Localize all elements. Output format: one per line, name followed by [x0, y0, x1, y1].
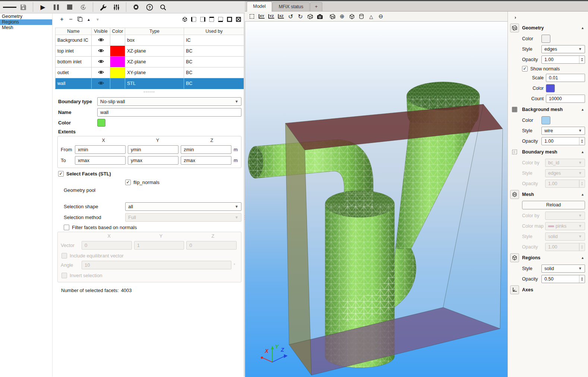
remove-region-button[interactable]: − [66, 15, 75, 23]
background-mesh-icon[interactable] [510, 105, 519, 114]
box-icon[interactable] [348, 13, 356, 20]
col-visible[interactable]: Visible [92, 28, 110, 35]
torus-icon[interactable]: ⊖ [377, 13, 385, 20]
normals-color-swatch[interactable] [546, 84, 555, 92]
flip-normals-checkbox[interactable]: ✓ [125, 180, 131, 185]
region-color-cell[interactable] [110, 78, 125, 89]
table-row[interactable]: outlet XY-plane BC [56, 67, 244, 78]
nav-item-regions[interactable]: Regions [0, 19, 52, 25]
stop-icon[interactable] [63, 2, 76, 12]
region-color-cell[interactable] [110, 57, 125, 67]
col-type[interactable]: Type [125, 28, 184, 35]
reset-icon[interactable] [76, 2, 90, 12]
filter-plane-right-icon[interactable] [199, 16, 206, 22]
move-down-button[interactable]: ▼ [93, 15, 102, 23]
nav-item-mesh[interactable]: Mesh [0, 25, 52, 31]
rotate-right-icon[interactable]: ↻ [296, 13, 304, 20]
zmax-input[interactable]: zmax [181, 156, 231, 165]
table-row[interactable]: Background IC box IC [56, 35, 244, 46]
rotate-left-icon[interactable]: ↺ [287, 13, 295, 20]
show-normals-checkbox[interactable]: ✓ [522, 66, 528, 72]
collapse-arrow-icon[interactable]: ▲ [581, 256, 586, 260]
settings-gear-icon[interactable] [129, 2, 143, 12]
region-name-cell[interactable]: Background IC [56, 35, 92, 46]
splitter-handle[interactable]: •••••• [54, 91, 244, 95]
filter-plane-all-icon[interactable] [226, 16, 233, 22]
save-icon[interactable] [16, 2, 30, 12]
region-color-swatch[interactable] [97, 119, 105, 127]
axes-visibility-toggle-icon[interactable] [510, 285, 519, 294]
cylinder-icon[interactable] [357, 13, 366, 20]
mesh-section-header[interactable]: Mesh ▲ [510, 190, 586, 199]
boundary-mesh-section-header[interactable]: Boundary mesh ▲ [510, 148, 586, 156]
view-yz-icon[interactable]: YZ [267, 13, 275, 20]
view-xz-icon[interactable]: XZ [277, 13, 285, 20]
table-row[interactable]: bottom inlet XZ-plane BC [56, 57, 244, 67]
geometry-color-swatch[interactable] [541, 35, 550, 43]
region-color-cell[interactable] [110, 35, 125, 46]
tab-model[interactable]: Model [247, 1, 272, 12]
parameters-sliders-icon[interactable] [110, 2, 123, 12]
visibility-eye-icon[interactable] [92, 57, 110, 67]
geometry-opacity-spinner[interactable]: 1.00▲▼ [541, 56, 585, 64]
tab-mfix-status[interactable]: MFiX status [272, 2, 310, 11]
geometry-visibility-icon[interactable] [328, 13, 336, 20]
build-wrench-icon[interactable] [96, 2, 110, 12]
ymin-input[interactable]: ymin [128, 145, 178, 154]
boundary-mesh-icon[interactable] [510, 148, 519, 156]
table-row[interactable]: top inlet XZ-plane BC [56, 46, 244, 57]
screenshot-camera-icon[interactable] [316, 13, 324, 20]
geometry-style-select[interactable]: edges▼ [541, 45, 585, 53]
normals-scale-input[interactable]: 0.01 [546, 74, 585, 82]
boundary-type-select[interactable]: No-slip wall▼ [97, 97, 241, 106]
region-name-cell[interactable]: top inlet [56, 46, 92, 57]
perspective-icon[interactable] [306, 13, 314, 20]
duplicate-region-button[interactable] [75, 15, 84, 23]
cone-icon[interactable]: △ [367, 13, 375, 20]
collapse-arrow-icon[interactable]: ▲ [581, 150, 586, 154]
region-name-cell[interactable]: bottom inlet [56, 57, 92, 67]
region-name-input[interactable]: wall [97, 108, 241, 117]
ymax-input[interactable]: ymax [128, 156, 178, 165]
filter-facets-checkbox[interactable] [64, 225, 69, 230]
tab-add[interactable]: + [310, 2, 322, 11]
selection-shape-select[interactable]: all▼ [125, 202, 241, 211]
region-color-cell[interactable] [110, 67, 125, 78]
col-name[interactable]: Name [56, 28, 92, 35]
filter-plane-top-icon[interactable] [208, 16, 215, 22]
menu-icon[interactable] [3, 2, 16, 12]
visibility-eye-icon[interactable] [92, 78, 110, 89]
run-icon[interactable]: ▶ [36, 2, 50, 12]
pause-icon[interactable] [50, 2, 63, 12]
background-mesh-section-header[interactable]: Background mesh ▲ [510, 105, 586, 114]
col-color[interactable]: Color [110, 28, 125, 35]
visibility-eye-icon[interactable] [92, 35, 110, 46]
add-region-button[interactable]: + [57, 15, 66, 23]
xmax-input[interactable]: xmax [75, 156, 126, 165]
col-used-by[interactable]: Used by [184, 28, 244, 35]
filter-plane-bottom-icon[interactable] [217, 16, 224, 22]
mesh-reload-button[interactable]: Reload [522, 201, 585, 209]
search-icon[interactable] [156, 2, 170, 12]
normals-count-input[interactable]: 10000 [546, 95, 585, 103]
reset-view-icon[interactable] [248, 13, 256, 20]
regions-section-header[interactable]: Regions ▲ [510, 253, 586, 262]
zmin-input[interactable]: zmin [181, 145, 231, 154]
region-name-cell[interactable]: wall [56, 78, 92, 89]
geometry-visibility-toggle-icon[interactable] [510, 23, 519, 32]
regions-style-select[interactable]: solid▼ [541, 264, 585, 273]
region-name-cell[interactable]: outlet [56, 67, 92, 78]
background-mesh-style-select[interactable]: wire▼ [541, 127, 585, 135]
region-color-cell[interactable] [110, 46, 125, 57]
mesh-visibility-toggle-icon[interactable] [510, 190, 519, 199]
table-row-selected[interactable]: wall STL BC [56, 78, 244, 89]
collapse-arrow-icon[interactable]: ▲ [581, 108, 586, 111]
help-icon[interactable] [143, 2, 156, 12]
move-up-button[interactable]: ▲ [84, 15, 93, 23]
regions-opacity-spinner[interactable]: 0.50▲▼ [541, 275, 585, 283]
visibility-eye-icon[interactable] [92, 67, 110, 78]
filter-stl-icon[interactable] [235, 16, 241, 22]
vtk-3d-viewport[interactable]: Y X Z [245, 21, 508, 377]
view-xy-icon[interactable]: XY [257, 13, 266, 20]
nav-item-geometry[interactable]: Geometry [0, 14, 52, 19]
